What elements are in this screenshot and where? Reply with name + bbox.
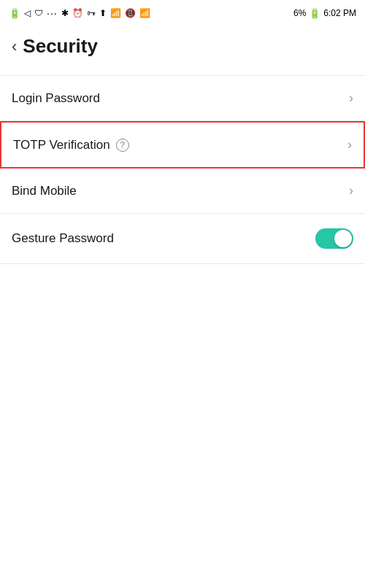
help-icon: ? [116, 139, 129, 152]
signal-icon: 📶 [139, 8, 150, 18]
arrow-icon: ⬆ [99, 8, 107, 18]
header: ‹ Security [0, 26, 365, 69]
chevron-right-icon: › [349, 90, 353, 106]
login-password-label: Login Password [12, 91, 100, 106]
login-password-item[interactable]: Login Password › [0, 75, 365, 121]
page-title: Security [23, 35, 98, 58]
login-password-left: Login Password [12, 91, 100, 106]
toggle-knob [334, 230, 352, 247]
back-button[interactable]: ‹ [12, 39, 17, 55]
key-icon: 🗝 [87, 8, 96, 18]
battery-percent: 6% [293, 8, 306, 18]
battery-graphic-icon: 🔋 [309, 8, 320, 19]
menu-list: Login Password › TOTP Verification ? › B… [0, 75, 365, 264]
gesture-password-toggle[interactable] [315, 228, 353, 249]
gesture-password-left: Gesture Password [12, 231, 114, 246]
send-icon: ◁ [24, 8, 31, 18]
help-icon-label: ? [120, 140, 125, 150]
alarm-icon: ⏰ [72, 8, 83, 18]
shield-icon: 🛡 [34, 8, 43, 18]
totp-verification-label: TOTP Verification [13, 138, 110, 152]
clock-display: 6:02 PM [323, 8, 356, 18]
dots-icon: ··· [47, 7, 58, 19]
gesture-password-toggle-container [315, 228, 353, 249]
bind-mobile-left: Bind Mobile [12, 184, 77, 198]
status-bar: 🔋 ◁ 🛡 ··· ✱ ⏰ 🗝 ⬆ 📶 📵 📶 6% 🔋 6:02 PM [0, 0, 365, 26]
status-bar-left: 🔋 ◁ 🛡 ··· ✱ ⏰ 🗝 ⬆ 📶 📵 📶 [9, 7, 150, 19]
bind-mobile-chevron-icon: › [349, 183, 353, 198]
totp-verification-left: TOTP Verification ? [13, 138, 129, 152]
totp-verification-item[interactable]: TOTP Verification ? › [0, 121, 365, 169]
signal-bars-icon: 📵 [125, 8, 136, 18]
wifi-icon: 📶 [110, 8, 121, 18]
bind-mobile-label: Bind Mobile [12, 184, 77, 198]
back-arrow-icon: ‹ [12, 39, 17, 55]
bind-mobile-item[interactable]: Bind Mobile › [0, 169, 365, 214]
totp-chevron-right-icon: › [347, 137, 352, 152]
gesture-password-item[interactable]: Gesture Password [0, 214, 365, 264]
gesture-password-label: Gesture Password [12, 231, 114, 246]
status-bar-right: 6% 🔋 6:02 PM [293, 8, 356, 19]
bluetooth-icon: ✱ [61, 8, 69, 18]
battery-icon: 🔋 [9, 8, 20, 19]
